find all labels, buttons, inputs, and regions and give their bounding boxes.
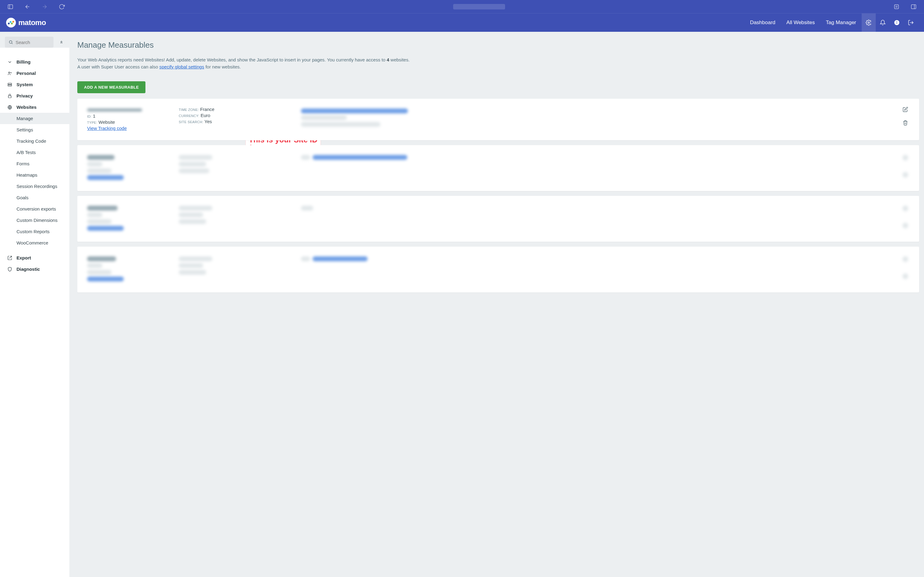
redacted-text <box>301 122 380 127</box>
search-input[interactable] <box>16 40 50 45</box>
intro-part: websites. <box>389 57 410 62</box>
sidebar-export[interactable]: Export <box>0 252 69 263</box>
redacted <box>903 274 908 279</box>
intro-part: Your Web Analytics reports need Websites… <box>77 57 387 62</box>
measurable-card-blurred <box>77 196 919 242</box>
redacted <box>179 270 206 275</box>
info-button[interactable] <box>890 13 904 32</box>
top-nav: Dashboard All Websites Tag Manager <box>744 13 918 32</box>
sidebar-search[interactable] <box>5 37 53 48</box>
search-icon <box>8 39 13 45</box>
nav-dashboard[interactable]: Dashboard <box>744 13 781 32</box>
globe-icon <box>7 105 12 110</box>
redacted <box>903 172 908 177</box>
currency-label: CURRENCY: <box>179 114 200 118</box>
svg-rect-24 <box>8 85 11 86</box>
intro-part: for new websites. <box>204 64 241 69</box>
notifications-button[interactable] <box>876 13 890 32</box>
sidebar-diagnostic[interactable]: Diagnostic <box>0 263 69 275</box>
sidebar-item-label: Export <box>16 255 31 260</box>
sidebar-item-label: Diagnostic <box>16 266 40 272</box>
app-header: matomo Dashboard All Websites Tag Manage… <box>0 13 924 32</box>
redacted <box>87 175 124 180</box>
redacted <box>903 155 908 160</box>
sidebar-sub-custom-reports[interactable]: Custom Reports <box>0 226 69 237</box>
svg-point-19 <box>9 41 12 44</box>
sidebar-sub-ab-tests[interactable]: A/B Tests <box>0 147 69 158</box>
sitesearch-value: Yes <box>204 119 212 124</box>
sidebar-sub-heatmaps[interactable]: Heatmaps <box>0 169 69 181</box>
sidebar-websites[interactable]: Websites <box>0 102 69 113</box>
measurable-card: ID:1 TYPE:Website View Tracking code TIM… <box>77 99 919 140</box>
redacted <box>179 213 203 217</box>
chevron-down-icon <box>7 60 12 64</box>
brand-logo[interactable]: matomo <box>6 18 46 27</box>
address-bar[interactable] <box>453 4 505 10</box>
redacted <box>87 155 114 160</box>
redacted <box>87 162 102 166</box>
tabs-icon[interactable] <box>911 4 917 10</box>
type-label: TYPE: <box>87 121 97 124</box>
redacted <box>301 256 310 261</box>
redacted <box>179 263 203 268</box>
server-icon <box>7 82 12 87</box>
reload-icon[interactable] <box>59 4 65 10</box>
svg-rect-25 <box>8 96 11 98</box>
sidebar-sub-tracking-code[interactable]: Tracking Code <box>0 135 69 147</box>
sidebar-toggle-icon[interactable] <box>7 4 13 10</box>
sidebar-sub-woocommerce[interactable]: WooCommerce <box>0 237 69 248</box>
svg-rect-0 <box>8 5 13 8</box>
svg-point-22 <box>11 73 11 73</box>
back-icon[interactable] <box>24 4 31 10</box>
sitesearch-label: SITE SEARCH: <box>179 120 203 124</box>
timezone-value: France <box>200 106 214 112</box>
redacted-title <box>87 108 142 111</box>
sidebar-sub-forms[interactable]: Forms <box>0 158 69 169</box>
sidebar-sub-manage[interactable]: Manage <box>0 113 69 124</box>
add-measurable-button[interactable]: ADD A NEW MEASURABLE <box>77 81 145 93</box>
timezone-label: TIME ZONE: <box>179 108 199 111</box>
sidebar-sub-goals[interactable]: Goals <box>0 192 69 203</box>
sidebar-privacy[interactable]: Privacy <box>0 90 69 102</box>
share-icon[interactable] <box>893 4 900 10</box>
svg-point-11 <box>11 23 13 24</box>
settings-button[interactable] <box>862 13 876 32</box>
sidebar-sub-custom-dimensions[interactable]: Custom Dimensions <box>0 214 69 226</box>
redacted <box>312 256 368 261</box>
sidebar-system[interactable]: System <box>0 79 69 90</box>
redacted <box>301 206 313 211</box>
global-settings-link[interactable]: specify global settings <box>159 64 204 69</box>
view-tracking-code-link[interactable]: View Tracking code <box>87 126 127 131</box>
sidebar-billing[interactable]: Billing <box>0 56 69 68</box>
redacted <box>903 223 908 228</box>
svg-rect-7 <box>911 5 916 8</box>
sidebar-personal[interactable]: Personal <box>0 68 69 79</box>
svg-point-13 <box>13 21 13 22</box>
sidebar-item-label: Billing <box>16 59 31 64</box>
sidebar-sub-settings[interactable]: Settings <box>0 124 69 135</box>
nav-tag-manager[interactable]: Tag Manager <box>820 13 862 32</box>
redacted <box>179 162 206 166</box>
redacted <box>179 168 209 173</box>
svg-point-10 <box>10 21 11 23</box>
browser-chrome <box>0 0 924 13</box>
redacted-text <box>301 115 347 120</box>
sidebar-sub-conversion-exports[interactable]: Conversion exports <box>0 203 69 214</box>
redacted <box>87 213 102 217</box>
collapse-sidebar-button[interactable] <box>58 39 64 45</box>
sidebar-sub-session-recordings[interactable]: Session Recordings <box>0 181 69 192</box>
edit-icon[interactable] <box>903 106 908 112</box>
delete-icon[interactable] <box>903 120 908 126</box>
id-label: ID: <box>87 114 92 118</box>
redacted <box>87 206 118 211</box>
intro-part: A user with Super User access can also <box>77 64 159 69</box>
svg-rect-23 <box>8 83 11 84</box>
redacted <box>179 219 206 224</box>
nav-all-websites[interactable]: All Websites <box>781 13 820 32</box>
forward-icon <box>42 4 48 10</box>
person-icon <box>7 71 12 76</box>
redacted <box>87 226 124 231</box>
shield-icon <box>7 267 12 272</box>
logout-button[interactable] <box>904 13 918 32</box>
svg-line-20 <box>11 43 13 44</box>
